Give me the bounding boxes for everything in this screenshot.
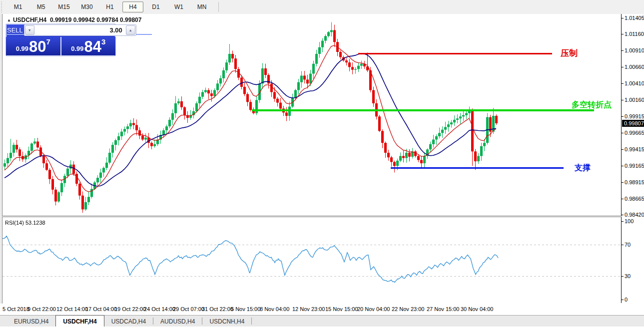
rsi-axis-tick [622,276,624,277]
sell-price-main: 80 [29,40,46,54]
rsi-axis-tick [622,245,624,245]
chart-tab-usdcnh[interactable]: USDCNH,H4 [202,316,251,327]
timeframe-button-h4[interactable]: H4 [122,1,143,12]
buy-price-main: 84 [84,40,101,54]
price-axis-label: 0.98665 [625,196,644,202]
price-axis-tick [622,50,624,51]
pivot-annotation: 多空转折点 [572,100,612,110]
timeframe-button-m30[interactable]: M30 [76,1,97,12]
pivot-trendline[interactable] [252,109,594,111]
price-axis-tick [622,149,624,150]
timeframe-button-m5[interactable]: M5 [30,1,51,12]
price-axis-label: 0.99665 [625,130,644,136]
time-axis-label: 5 Nov 15:00 [231,306,260,312]
volume-control: ▼ ▲ [24,24,136,36]
chart-tab-eurusd[interactable]: EURUSD,H4 [7,316,55,327]
one-click-trading-panel: SELL ▼ ▲ BUY 0.99 80 7 0.99 84 3 [5,23,116,56]
price-axis-tick [622,67,624,67]
price-axis-tick [622,166,624,166]
time-axis-label: 24 Oct 14:00 [144,306,175,312]
time-axis-label: 31 Oct 22:00 [202,306,233,312]
timeframe-button-m15[interactable]: M15 [53,1,74,12]
sell-price-prefix: 0.99 [16,45,28,52]
price-axis-tick [622,34,624,34]
toolbar-grip-handle[interactable] [1,1,3,12]
sell-price-pipette: 7 [46,37,50,46]
sell-price-quote[interactable]: 0.99 80 7 [6,37,60,55]
resistance-annotation: 压制 [561,47,578,59]
sell-button[interactable]: SELL [6,24,24,36]
time-axis-label: 17 Oct 04:00 [85,306,117,312]
rsi-axis-tick [622,221,624,222]
chart-symbol: USDCHF,H4 [13,16,46,23]
time-axis-label: 20 Nov 04:00 [357,306,390,312]
buy-price-pipette: 3 [101,37,105,46]
buy-button-label: BUY [136,26,152,35]
time-axis-label: 29 Oct 07:00 [173,306,204,312]
resistance-trendline[interactable] [358,53,552,54]
chart-title: ▲USDCHF,H4 0.99919 0.99942 0.99784 0.998… [7,16,141,23]
arrow-up-icon: ▲ [129,28,132,32]
buy-button[interactable]: BUY [136,24,152,36]
rsi-axis[interactable]: 10070300 [622,217,644,304]
mt4-terminal: M1M5M15M30H1H4D1W1MN ▲USDCHF,H4 0.99919 … [0,0,644,328]
time-axis-label: 8 Nov 04:00 [260,306,289,312]
buy-price-prefix: 0.99 [71,45,83,52]
rsi-indicator-panel: RSI(14) 53.1238 [2,217,622,305]
chart-ohlc-values: 0.99919 0.99942 0.99784 0.99807 [50,16,142,23]
time-axis-label: 5 Oct 2018 [2,306,29,312]
timeframe-button-mn[interactable]: MN [191,1,212,12]
price-axis-tick [622,182,624,183]
price-axis-label: 1.00160 [625,97,644,103]
timeframe-button-d1[interactable]: D1 [145,1,166,12]
chart-tab-bar: EURUSD,H4USDCHF,H4USDCAD,H4AUDUSD,H4USDC… [0,315,644,327]
support-annotation: 支撑 [575,163,591,173]
time-axis-label: 30 Nov 04:00 [461,306,493,312]
sell-button-label: SELL [6,26,24,35]
price-axis-label: 0.99415 [625,146,644,153]
time-axis-label: 12 Oct 14:00 [56,306,88,312]
current-price-tag: 0.99807 [622,120,644,127]
rsi-canvas[interactable] [2,217,622,303]
price-axis[interactable]: 0.99807 1.014051.011601.009101.006601.00… [622,14,644,216]
support-trendline[interactable] [391,167,564,169]
timeframe-toolbar: M1M5M15M30H1H4D1W1MN [0,0,644,14]
price-axis-tick [622,116,624,117]
time-axis-label: 22 Nov 23:00 [392,306,424,312]
price-axis-tick [622,199,624,199]
time-axis-label: 27 Nov 15:00 [427,306,459,312]
toolbar-separator [218,2,219,12]
chart-symbol-marker-icon: ▲ [7,18,11,22]
rsi-axis-label: 30 [625,273,631,280]
timeframe-button-m1[interactable]: M1 [7,1,28,12]
price-axis-label: 0.98915 [625,179,644,186]
price-axis-tick [622,133,624,133]
rsi-axis-label: 0 [625,297,628,303]
price-axis-tick [622,83,624,84]
timeframe-button-h1[interactable]: H1 [99,1,120,12]
rsi-axis-tick [622,300,624,300]
chart-tab-audusd[interactable]: AUDUSD,H4 [153,316,202,327]
price-axis-tick [622,100,624,100]
chart-tab-usdchf[interactable]: USDCHF,H4 [55,315,104,327]
price-axis-label: 0.99915 [625,113,644,120]
price-axis-label: 1.00660 [625,64,644,70]
time-axis-label: 15 Nov 15:00 [325,306,358,312]
arrow-down-icon: ▼ [28,28,31,32]
time-axis-label: 12 Nov 23:00 [292,306,325,312]
price-chart-panel: ▲USDCHF,H4 0.99919 0.99942 0.99784 0.998… [2,14,622,216]
price-axis-label: 1.01160 [625,31,644,37]
time-axis[interactable]: 5 Oct 20189 Oct 22:0012 Oct 14:0017 Oct … [0,304,644,315]
price-axis-label: 1.00410 [625,80,644,87]
volume-increase-button[interactable]: ▲ [126,25,135,35]
price-axis-tick [622,18,624,18]
time-axis-label: 9 Oct 22:00 [27,306,56,312]
price-axis-tick [622,215,624,215]
volume-decrease-button[interactable]: ▼ [25,25,34,35]
chart-tab-usdcad[interactable]: USDCAD,H4 [104,316,153,327]
timeframe-button-w1[interactable]: W1 [168,1,189,12]
rsi-indicator-label: RSI(14) 53.1238 [5,220,45,226]
price-axis-label: 0.99165 [625,163,644,169]
buy-price-quote[interactable]: 0.99 84 3 [61,37,116,55]
volume-input[interactable] [35,25,125,35]
